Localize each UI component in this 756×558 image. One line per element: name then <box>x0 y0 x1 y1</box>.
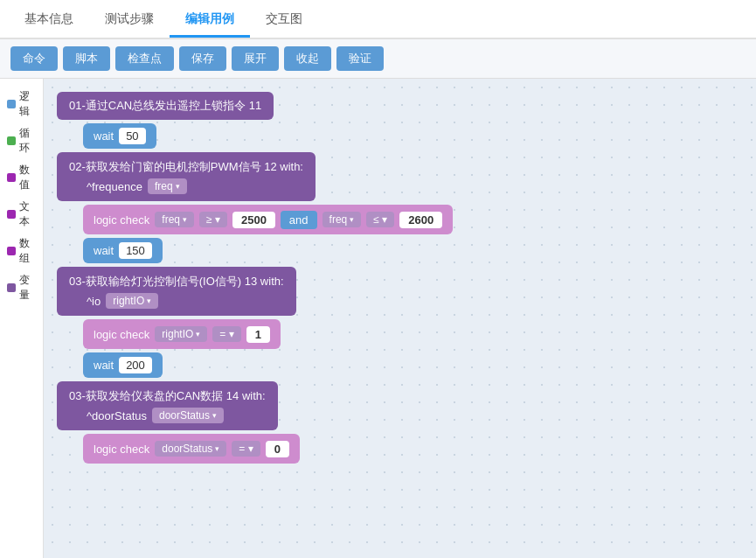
lc2-op1-val: = <box>219 328 225 340</box>
sidebar-label-value: 数值 <box>19 163 36 192</box>
block-wait-3[interactable]: wait 200 <box>83 352 163 378</box>
block-row-02: 02-获取发给门窗的电机控制PWM信号 12 with: ^frequence … <box>57 152 743 201</box>
block-with-02[interactable]: 02-获取发给门窗的电机控制PWM信号 12 with: ^frequence … <box>57 152 316 201</box>
lc3-op1-dropdown[interactable]: = ▾ <box>232 441 260 457</box>
tab-basic-info[interactable]: 基本信息 <box>9 3 89 36</box>
collapse-button[interactable]: 收起 <box>284 46 331 71</box>
block-row-03: 03-获取输给灯光控制信号(IO信号) 13 with: ^io rightIO… <box>57 267 743 316</box>
sidebar-item-loop[interactable]: 循环 <box>0 122 43 159</box>
lc1-var2-val: freq <box>329 213 348 226</box>
main-area: 逻辑 循环 数值 文本 数组 变量 01-通过CAN总线发出遥控上锁指令 11 <box>0 79 756 558</box>
lc3-var1-dropdown[interactable]: doorStatus ▾ <box>155 441 226 457</box>
wait-val-2: 150 <box>119 242 152 259</box>
toolbar: 命令 脚本 检查点 保存 展开 收起 验证 <box>0 39 756 79</box>
sidebar-label-text: 文本 <box>19 199 36 229</box>
chevron-down-icon-5: ▾ <box>382 213 387 226</box>
block-cmd-01-text: 01-通过CAN总线发出遥控上锁指令 11 <box>69 98 261 114</box>
sidebar-label-array: 数组 <box>19 236 36 266</box>
chevron-down-icon-3: ▾ <box>215 213 220 226</box>
block-row-wait-3: wait 200 <box>83 352 743 378</box>
chevron-down-icon-11: ▾ <box>248 443 253 455</box>
lc1-var1-val: freq <box>162 213 180 226</box>
logic-check-2[interactable]: logic check rightIO ▾ = ▾ 1 <box>83 319 281 349</box>
lc-label-1: logic check <box>94 213 149 227</box>
param-label-04: ^doorStatus <box>87 409 147 422</box>
lc3-var1-val: doorStatus <box>162 443 212 455</box>
sidebar-item-array[interactable]: 数组 <box>0 233 43 269</box>
rightIO-dropdown[interactable]: rightIO ▾ <box>106 293 158 309</box>
param-label-02: ^frequence <box>87 180 142 193</box>
chevron-down-icon-2: ▾ <box>183 215 187 224</box>
tab-test-steps[interactable]: 测试步骤 <box>89 3 170 36</box>
command-button[interactable]: 命令 <box>10 46 58 71</box>
chevron-down-icon-6: ▾ <box>147 296 151 305</box>
logic-dot <box>7 100 16 108</box>
logic-check-3[interactable]: logic check doorStatus ▾ = ▾ 0 <box>83 434 300 464</box>
variable-dot <box>7 283 16 292</box>
sidebar: 逻辑 循环 数值 文本 数组 变量 <box>0 79 44 558</box>
validate-button[interactable]: 验证 <box>336 46 384 71</box>
block-wait-2[interactable]: wait 150 <box>83 238 163 263</box>
block-with-04-text: 03-获取发给仪表盘的CAN数据 14 with: <box>69 388 266 404</box>
chevron-down-icon-9: ▾ <box>212 411 217 420</box>
lc1-op1-dropdown[interactable]: ≥ ▾ <box>199 212 227 227</box>
chevron-down-icon: ▾ <box>176 182 180 191</box>
sidebar-item-logic[interactable]: 逻辑 <box>0 86 43 122</box>
block-with-04-param: ^doorStatus doorStatus ▾ <box>69 408 266 423</box>
tabs-bar: 基本信息 测试步骤 编辑用例 交互图 <box>0 0 756 39</box>
block-row-wait-1: wait 50 <box>83 123 743 149</box>
block-with-02-title: 02-获取发给门窗的电机控制PWM信号 12 with: <box>69 159 303 175</box>
block-row-lc-2: logic check rightIO ▾ = ▾ 1 <box>83 319 743 349</box>
block-row-04: 03-获取发给仪表盘的CAN数据 14 with: ^doorStatus do… <box>57 381 743 430</box>
sidebar-item-value[interactable]: 数值 <box>0 159 43 196</box>
block-with-04[interactable]: 03-获取发给仪表盘的CAN数据 14 with: ^doorStatus do… <box>57 381 278 430</box>
lc-label-3: logic check <box>94 443 149 456</box>
wait-label-1: wait <box>94 129 114 143</box>
array-dot <box>7 247 16 255</box>
block-wait-1[interactable]: wait 50 <box>83 123 156 149</box>
value-dot <box>7 173 16 182</box>
sidebar-item-text[interactable]: 文本 <box>0 196 43 233</box>
canvas[interactable]: 01-通过CAN总线发出遥控上锁指令 11 wait 50 02-获取发给门窗的… <box>44 79 756 558</box>
block-row-lc-1: logic check freq ▾ ≥ ▾ 2500 and freq ▾ ≤ <box>83 205 743 234</box>
lc1-op1-val: ≥ <box>206 213 212 226</box>
lc1-op2-dropdown[interactable]: ≤ ▾ <box>366 212 394 227</box>
expand-button[interactable]: 展开 <box>232 46 279 71</box>
block-cmd-01[interactable]: 01-通过CAN总线发出遥控上锁指令 11 <box>57 92 274 120</box>
lc1-val1: 2500 <box>232 212 275 228</box>
chevron-down-icon-8: ▾ <box>229 328 234 340</box>
lc3-val1: 0 <box>266 441 289 457</box>
block-with-03[interactable]: 03-获取输给灯光控制信号(IO信号) 13 with: ^io rightIO… <box>57 267 296 316</box>
block-with-03-text: 03-获取输给灯光控制信号(IO信号) 13 with: <box>69 274 284 289</box>
chevron-down-icon-7: ▾ <box>196 330 200 338</box>
wait-label-3: wait <box>94 359 114 372</box>
checkpoint-button[interactable]: 检查点 <box>115 46 174 71</box>
script-button[interactable]: 脚本 <box>63 46 110 71</box>
lc2-var1-dropdown[interactable]: rightIO ▾ <box>155 326 207 342</box>
param-label-03: ^io <box>87 295 101 308</box>
doorStatus-dropdown[interactable]: doorStatus ▾ <box>152 408 224 423</box>
lc1-var2-dropdown[interactable]: freq ▾ <box>323 212 362 227</box>
logic-check-1[interactable]: logic check freq ▾ ≥ ▾ 2500 and freq ▾ ≤ <box>83 205 453 234</box>
freq-dropdown-02[interactable]: freq ▾ <box>148 178 187 194</box>
block-row-lc-3: logic check doorStatus ▾ = ▾ 0 <box>83 434 743 464</box>
text-dot <box>7 210 16 219</box>
lc3-op1-val: = <box>239 443 245 455</box>
block-with-03-title: 03-获取输给灯光控制信号(IO信号) 13 with: <box>69 274 284 289</box>
block-with-03-param: ^io rightIO ▾ <box>69 293 284 309</box>
lc1-and-pill[interactable]: and <box>281 211 317 229</box>
lc1-var1-dropdown[interactable]: freq ▾ <box>155 212 194 227</box>
sidebar-label-variable: 变量 <box>19 273 36 303</box>
rightIO-val: rightIO <box>113 295 144 307</box>
lc2-op1-dropdown[interactable]: = ▾ <box>212 326 240 342</box>
save-button[interactable]: 保存 <box>179 46 226 71</box>
freq-val-02: freq <box>155 180 173 192</box>
sidebar-item-variable[interactable]: 变量 <box>0 269 43 306</box>
tab-edit-use-case[interactable]: 编辑用例 <box>170 3 250 36</box>
tab-interaction-diagram[interactable]: 交互图 <box>250 3 318 36</box>
sidebar-label-loop: 循环 <box>19 126 36 156</box>
block-row-01: 01-通过CAN总线发出遥控上锁指令 11 <box>57 92 743 120</box>
doorStatus-val: doorStatus <box>159 409 210 422</box>
wait-label-2: wait <box>94 244 114 257</box>
loop-dot <box>7 136 16 145</box>
